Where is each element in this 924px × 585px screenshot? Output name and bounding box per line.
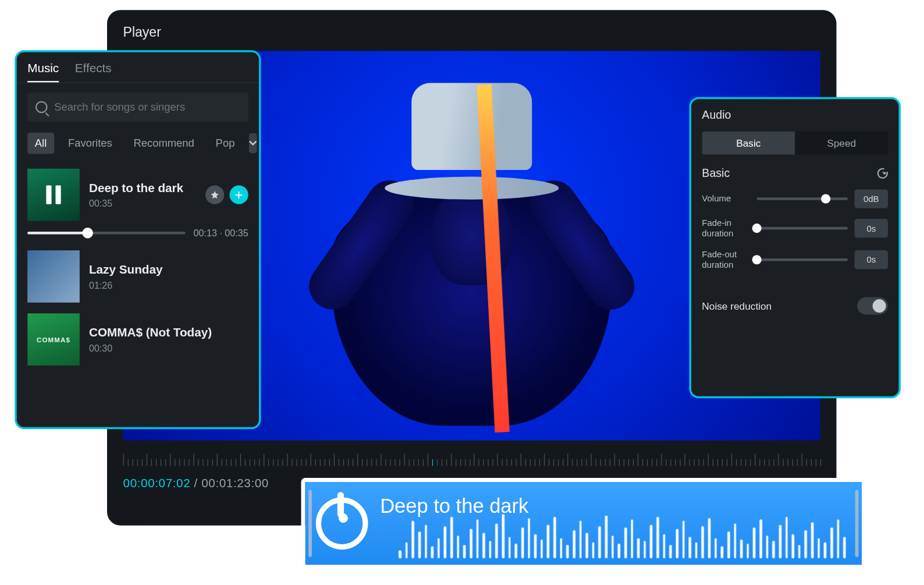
volume-value[interactable]: 0dB [855,189,889,208]
pause-icon [46,186,61,204]
noise-reduction-label: Noise reduction [702,299,772,313]
tab-effects[interactable]: Effects [75,62,112,83]
song-title: COMMA$ (Not Today) [89,325,248,339]
plus-icon: + [235,188,243,201]
seg-basic[interactable]: Basic [702,131,795,154]
volume-label: Volume [702,193,750,204]
fadeout-label: Fade-out duration [702,249,750,270]
seg-speed[interactable]: Speed [795,131,888,154]
song-cover[interactable] [27,169,80,221]
song-row[interactable]: Lazy Sunday 01:26 [27,244,248,307]
volume-control: Volume 0dB [702,189,888,208]
category-chips: All Favorites Recommend Pop [27,133,248,154]
basic-label: Basic [702,166,730,180]
song-row[interactable]: COMMA$ COMMA$ (Not Today) 00:30 [27,307,248,370]
timeline-ruler[interactable] [123,445,820,469]
star-icon [210,190,219,200]
music-tabs: Music Effects [27,62,248,83]
chevron-down-icon [249,139,257,147]
song-row[interactable]: Deep to the dark 00:35 + [27,162,248,225]
clip-handle-left[interactable] [308,490,312,557]
song-cover[interactable] [27,250,80,303]
slider-thumb[interactable] [752,255,762,264]
chip-all[interactable]: All [27,133,54,154]
volume-slider[interactable] [757,197,848,200]
audio-panel-title: Audio [702,108,888,122]
clip-handle-right[interactable] [855,490,859,557]
favorite-button[interactable] [205,186,224,204]
more-categories-button[interactable] [249,133,257,154]
song-duration: 01:26 [89,279,248,290]
song-search[interactable] [27,93,248,122]
fadeout-slider[interactable] [757,258,848,261]
song-progress[interactable]: 00:13 · 00:35 [27,228,248,238]
timecode-sep: / [190,477,201,490]
player-title: Player [123,25,820,40]
timecode-current: 00:00:07:02 [123,477,191,490]
music-library-panel: Music Effects All Favorites Recommend Po… [15,50,261,429]
fadein-slider[interactable] [757,227,848,230]
search-input[interactable] [54,101,240,114]
fadein-control: Fade-in duration 0s [702,218,888,239]
slider-thumb[interactable] [821,194,830,204]
fadeout-value[interactable]: 0s [855,250,889,269]
chip-pop[interactable]: Pop [208,133,242,154]
fadein-value[interactable]: 0s [855,219,889,237]
song-cover[interactable]: COMMA$ [27,313,80,366]
add-to-timeline-button[interactable]: + [229,186,248,204]
audio-clip[interactable]: Deep to the dark [301,478,866,569]
song-meta: Deep to the dark 00:35 [89,181,196,208]
chip-favorites[interactable]: Favorites [61,133,119,154]
song-duration: 00:35 [89,198,196,208]
song-title: Lazy Sunday [89,263,248,276]
divider [17,82,259,83]
song-duration: 00:30 [89,342,248,353]
search-icon [35,101,48,114]
slider-thumb[interactable] [752,224,762,233]
progress-time: 00:13 · 00:35 [194,228,248,238]
noise-reduction-row: Noise reduction [702,297,888,315]
tab-music[interactable]: Music [27,62,59,83]
chip-recommend[interactable]: Recommend [126,133,202,154]
figure-hat [385,83,559,204]
timecode-total: 00:01:23:00 [201,477,269,490]
reset-icon[interactable] [877,168,888,179]
music-note-icon [316,497,368,549]
fadein-label: Fade-in duration [702,218,750,239]
fadeout-control: Fade-out duration 0s [702,249,888,270]
progress-thumb[interactable] [82,228,93,238]
song-title: Deep to the dark [89,181,196,195]
audio-settings-panel: Audio Basic Speed Basic Volume 0dB Fade-… [690,97,901,399]
progress-track[interactable] [27,232,186,235]
toggle-knob [873,299,886,313]
waveform-icon [399,512,845,559]
basic-header: Basic [702,166,888,180]
noise-reduction-toggle[interactable] [857,297,888,315]
audio-seg: Basic Speed [702,131,888,154]
